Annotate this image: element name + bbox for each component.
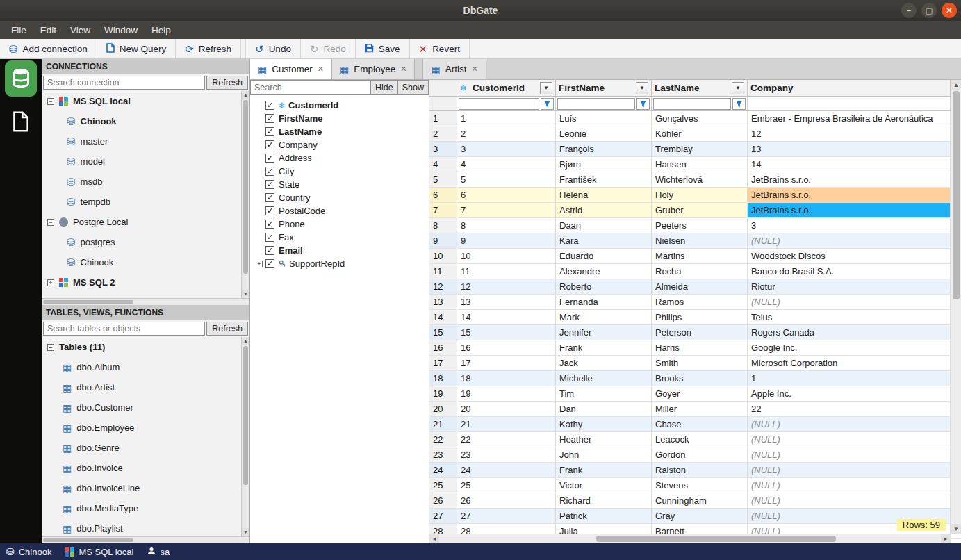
column-item-email[interactable]: ✓ Email: [250, 244, 429, 257]
grid-cell[interactable]: 12: [748, 126, 951, 141]
close-icon[interactable]: ✕: [318, 65, 324, 74]
grid-cell[interactable]: 24: [457, 463, 556, 477]
column-checkbox[interactable]: ✓: [265, 114, 274, 123]
scroll-down-icon[interactable]: ▼: [242, 290, 249, 298]
column-item-postalcode[interactable]: ✓ PostalCode: [250, 204, 429, 217]
row-number[interactable]: 5: [429, 172, 457, 187]
scroll-up-icon[interactable]: ▲: [242, 337, 249, 345]
connection-item-master[interactable]: ⛁ master: [42, 131, 241, 151]
grid-cell[interactable]: 16: [457, 340, 556, 355]
column-item-address[interactable]: ✓ Address: [250, 151, 429, 165]
column-checkbox[interactable]: ✓: [265, 140, 274, 149]
column-checkbox[interactable]: ✓: [265, 206, 274, 215]
column-checkbox[interactable]: ✓: [265, 233, 274, 242]
collapse-icon[interactable]: −: [47, 344, 54, 351]
row-number[interactable]: 22: [429, 432, 457, 447]
grid-cell[interactable]: 10: [457, 249, 556, 263]
column-dropdown[interactable]: ▼: [732, 82, 744, 94]
grid-cell[interactable]: Kathy: [556, 417, 652, 431]
filter-icon[interactable]: [636, 98, 650, 110]
row-number[interactable]: 15: [429, 325, 457, 340]
grid-cell[interactable]: JetBrains s.r.o.: [748, 203, 951, 217]
tab-artist[interactable]: ▦ Artist ✕: [422, 59, 486, 79]
grid-cell[interactable]: Ralston: [652, 463, 748, 477]
table-item-dbo-invoiceline[interactable]: ▦ dbo.InvoiceLine: [42, 478, 241, 498]
row-number[interactable]: 8: [429, 218, 457, 233]
column-item-firstname[interactable]: ✓ FirstName: [250, 112, 429, 125]
grid-cell[interactable]: 3: [748, 218, 951, 233]
grid-cell[interactable]: 22: [457, 432, 556, 447]
grid-cell[interactable]: JetBrains s.r.o.: [748, 172, 951, 187]
connection-item-chinook[interactable]: ⛁ Chinook: [42, 111, 241, 131]
row-number[interactable]: 21: [429, 417, 457, 431]
grid-cell[interactable]: 13: [457, 295, 556, 309]
table-item-dbo-customer[interactable]: ▦ dbo.Customer: [42, 397, 241, 418]
grid-cell[interactable]: Kara: [556, 233, 652, 248]
tables-hscrollbar[interactable]: [42, 536, 249, 543]
grid-cell[interactable]: Gordon: [652, 447, 748, 462]
row-number[interactable]: 2: [429, 126, 457, 141]
grid-cell[interactable]: Michelle: [556, 371, 652, 386]
grid-cell[interactable]: (NULL): [748, 432, 951, 447]
scroll-up-icon[interactable]: ▲: [951, 80, 961, 90]
column-item-phone[interactable]: ✓ Phone: [250, 217, 429, 231]
column-item-fax[interactable]: ✓ Fax: [250, 231, 429, 244]
grid-cell[interactable]: Patrick: [556, 509, 652, 523]
filter-icon[interactable]: [732, 98, 746, 110]
table-item-dbo-artist[interactable]: ▦ dbo.Artist: [42, 377, 241, 397]
expander-icon[interactable]: +: [47, 279, 54, 286]
filter-icon[interactable]: [541, 98, 554, 110]
grid-cell[interactable]: (NULL): [748, 233, 951, 248]
grid-cell[interactable]: Rocha: [652, 264, 748, 279]
grid-horizontal-scrollbar[interactable]: ◂ ▸: [429, 534, 951, 543]
column-dropdown[interactable]: ▼: [540, 82, 552, 94]
grid-cell[interactable]: 1: [457, 111, 556, 126]
grid-cell[interactable]: Stevens: [652, 478, 748, 493]
grid-cell[interactable]: 1: [748, 371, 951, 386]
grid-cell[interactable]: (NULL): [748, 295, 951, 309]
grid-cell[interactable]: Richard: [556, 493, 652, 508]
tables-group-row[interactable]: − Tables (11): [42, 337, 241, 357]
row-number[interactable]: 4: [429, 157, 457, 172]
filter-input[interactable]: [653, 98, 731, 110]
tables-search-input[interactable]: [43, 322, 205, 336]
grid-cell[interactable]: 18: [457, 371, 556, 386]
menu-item-edit[interactable]: Edit: [33, 23, 63, 38]
grid-cell[interactable]: John: [556, 447, 652, 462]
column-item-city[interactable]: ✓ City: [250, 165, 429, 178]
grid-cell[interactable]: Eduardo: [556, 249, 652, 263]
grid-cell[interactable]: Peeters: [652, 218, 748, 233]
grid-cell[interactable]: Köhler: [652, 126, 748, 141]
grid-cell[interactable]: Leacock: [652, 432, 748, 447]
column-header-customerid[interactable]: ❄ CustomerId ▼: [457, 80, 556, 96]
menu-item-view[interactable]: View: [63, 23, 97, 38]
expander-icon[interactable]: −: [47, 98, 54, 105]
grid-cell[interactable]: 26: [457, 493, 556, 508]
row-number[interactable]: 18: [429, 371, 457, 386]
row-number[interactable]: 10: [429, 249, 457, 263]
connections-hscrollbar[interactable]: [42, 298, 249, 305]
grid-cell[interactable]: Frank: [556, 463, 652, 477]
connection-item-msdb[interactable]: ⛁ msdb: [42, 172, 241, 192]
grid-cell[interactable]: Tim: [556, 386, 652, 401]
grid-cell[interactable]: Rogers Canada: [748, 325, 951, 340]
scroll-down-icon[interactable]: ▼: [951, 524, 961, 534]
connection-item-chinook[interactable]: ⛁ Chinook: [42, 252, 241, 272]
tables-scrollbar[interactable]: ▲ ▼: [241, 337, 249, 536]
grid-cell[interactable]: Miller: [652, 402, 748, 416]
scroll-thumb[interactable]: [953, 91, 960, 299]
connections-scrollbar[interactable]: ▲ ▼: [241, 91, 249, 298]
grid-cell[interactable]: JetBrains s.r.o.: [748, 188, 951, 202]
grid-cell[interactable]: Martins: [652, 249, 748, 263]
grid-cell[interactable]: Roberto: [556, 279, 652, 294]
grid-cell[interactable]: Goyer: [652, 386, 748, 401]
table-item-dbo-album[interactable]: ▦ dbo.Album: [42, 357, 241, 377]
redo-button[interactable]: ↻ Redo: [301, 39, 356, 58]
grid-cell[interactable]: Dan: [556, 402, 652, 416]
statusbar-user[interactable]: sa: [147, 547, 170, 557]
column-item-company[interactable]: ✓ Company: [250, 138, 429, 151]
scroll-thumb[interactable]: [43, 300, 133, 304]
grid-cell[interactable]: 12: [457, 279, 556, 294]
grid-cell[interactable]: Wichterlová: [652, 172, 748, 187]
grid-cell[interactable]: Gruber: [652, 203, 748, 217]
